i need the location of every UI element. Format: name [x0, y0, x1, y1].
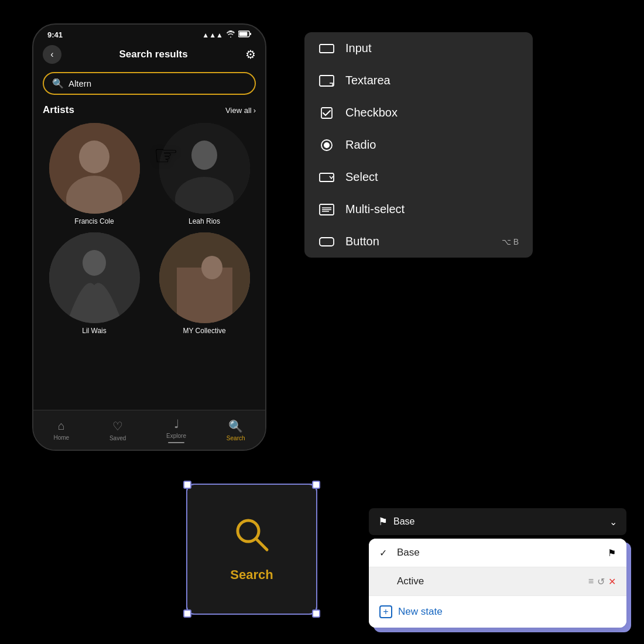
dropdown-item-button[interactable]: Button ⌥ B	[304, 225, 533, 258]
nav-item-saved[interactable]: ♡ Saved	[109, 419, 126, 441]
dropdown-item-textarea[interactable]: Textarea	[304, 64, 533, 97]
gear-icon[interactable]: ⚙	[245, 47, 256, 61]
dropdown-label-radio: Radio	[345, 138, 376, 152]
back-button[interactable]: ‹	[43, 45, 61, 64]
state-actions: ≡ ↺ ✕	[588, 576, 616, 587]
state-row-active[interactable]: Active ≡ ↺ ✕	[369, 567, 626, 596]
svg-rect-14	[320, 44, 334, 53]
dropdown-label-checkbox: Checkbox	[345, 106, 398, 119]
nav-label-explore: Explore	[166, 433, 186, 439]
handle-top-left[interactable]	[183, 481, 191, 489]
new-state-label: New state	[398, 606, 443, 618]
artists-title: Artists	[43, 104, 74, 116]
state-row-base[interactable]: ✓ Base ⚑	[369, 539, 626, 567]
music-icon: ♩	[174, 417, 179, 431]
artists-section-header: Artists View all ›	[33, 100, 265, 118]
nav-underline	[168, 442, 184, 443]
search-component[interactable]: Search	[187, 485, 316, 614]
status-bar: 9:41 ▲▲▲	[33, 25, 265, 42]
input-icon	[318, 43, 335, 54]
svg-rect-24	[320, 238, 334, 246]
reset-icon[interactable]: ↺	[597, 576, 605, 587]
avatar	[49, 232, 140, 323]
search-bar-container: 🔍	[33, 67, 265, 100]
select-icon	[318, 172, 335, 183]
dropdown-item-radio[interactable]: Radio	[304, 129, 533, 161]
state-dropdown-button[interactable]: ⚑ Base ⌄	[369, 508, 626, 535]
artist-name: Leah Rios	[189, 217, 220, 225]
heart-icon: ♡	[112, 419, 123, 433]
handle-bottom-left[interactable]	[183, 609, 191, 618]
radio-icon	[318, 139, 335, 151]
svg-rect-15	[320, 76, 334, 86]
new-state-button[interactable]: + New state	[369, 596, 626, 628]
flag-icon: ⚑	[378, 515, 388, 528]
svg-line-26	[256, 539, 267, 550]
battery-icon	[238, 30, 251, 39]
dropdown-label-select: Select	[345, 170, 378, 184]
svg-point-10	[83, 250, 106, 276]
dropdown-item-input[interactable]: Input	[304, 32, 533, 64]
delete-icon[interactable]: ✕	[608, 576, 616, 587]
state-panel: ⚑ Base ⌄ ✓ Base ⚑ Active ≡ ↺ ✕ + New sta…	[369, 508, 626, 628]
avatar	[49, 123, 140, 214]
wifi-icon	[226, 30, 235, 39]
button-shortcut: ⌥ B	[502, 237, 519, 246]
svg-rect-19	[320, 173, 334, 181]
nav-label-home: Home	[53, 434, 69, 441]
svg-point-4	[79, 141, 109, 173]
dropdown-item-multiselect[interactable]: Multi-select	[304, 193, 533, 225]
bottom-nav: ⌂ Home ♡ Saved ♩ Explore 🔍 Search	[33, 410, 265, 450]
list-item[interactable]: Lil Wais	[43, 232, 146, 335]
list-item[interactable]: Francis Cole	[43, 123, 146, 225]
search-component-label: Search	[230, 567, 273, 583]
search-input[interactable]	[68, 78, 246, 88]
state-flag-icon: ⚑	[608, 547, 616, 559]
handle-bottom-right[interactable]	[312, 609, 320, 618]
svg-rect-2	[250, 33, 251, 35]
chevron-right-icon: ›	[254, 106, 256, 115]
reorder-icon[interactable]: ≡	[588, 576, 594, 587]
dropdown-label-textarea: Textarea	[345, 74, 390, 87]
state-name-active: Active	[397, 576, 583, 587]
cursor-pointer: ☞	[153, 139, 179, 172]
dropdown-item-checkbox[interactable]: Checkbox	[304, 97, 533, 129]
dropdown-label-multiselect: Multi-select	[345, 203, 405, 216]
checkmark-icon: ✓	[379, 547, 391, 559]
svg-point-18	[324, 142, 330, 148]
dropdown-menu: Input Textarea Checkbox Radio Select Mul…	[304, 32, 533, 258]
nav-label-saved: Saved	[109, 435, 126, 441]
artist-name: Lil Wais	[82, 327, 107, 335]
dropdown-label-input: Input	[345, 42, 371, 55]
phone-header: ‹ Search results ⚙	[33, 42, 265, 67]
dropdown-label-button: Button	[345, 235, 379, 248]
view-all-button[interactable]: View all ›	[225, 106, 256, 115]
search-nav-icon: 🔍	[228, 419, 243, 433]
chevron-down-icon: ⌄	[609, 516, 617, 527]
dropdown-item-select[interactable]: Select	[304, 161, 533, 193]
svg-rect-1	[239, 32, 248, 36]
avatar	[159, 232, 250, 323]
svg-point-13	[201, 256, 222, 279]
search-big-icon	[233, 516, 270, 561]
signal-icon: ▲▲▲	[202, 31, 223, 39]
nav-label-search: Search	[227, 435, 245, 441]
nav-item-explore[interactable]: ♩ Explore	[166, 417, 186, 443]
plus-icon: +	[379, 605, 392, 618]
phone-mockup: 9:41 ▲▲▲ ‹ Search results ⚙ 🔍 Artists Vi…	[32, 23, 266, 451]
button-icon	[318, 236, 335, 248]
artist-name: Francis Cole	[74, 217, 114, 225]
search-icon: 🔍	[52, 78, 64, 89]
textarea-icon	[318, 75, 335, 87]
state-dropdown-label: Base	[393, 516, 415, 527]
handle-top-right[interactable]	[312, 481, 320, 489]
checkbox-icon	[318, 107, 335, 119]
nav-item-search[interactable]: 🔍 Search	[227, 419, 245, 441]
multiselect-icon	[318, 204, 335, 215]
nav-item-home[interactable]: ⌂ Home	[53, 419, 69, 441]
artist-name: MY Collective	[183, 327, 225, 335]
list-item[interactable]: MY Collective	[153, 232, 256, 335]
home-icon: ⌂	[58, 419, 65, 433]
search-bar[interactable]: 🔍	[43, 72, 256, 95]
artists-grid: Francis Cole Leah Rios Lil	[33, 118, 265, 340]
